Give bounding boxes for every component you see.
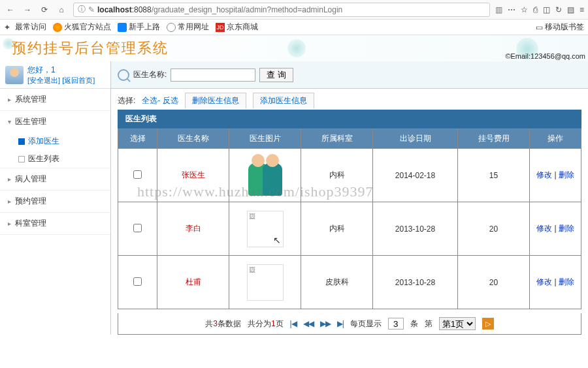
image-placeholder [247,211,284,247]
back-button[interactable]: ← [4,3,17,16]
delete-link[interactable]: 删除 [559,224,574,233]
username: 1 [51,65,56,74]
search-bar: 医生名称: 查 询 [111,61,588,89]
avatar-icon [5,66,24,84]
home-button[interactable]: ⌂ [55,3,68,16]
edit-link[interactable]: 修改 [536,277,552,286]
per-page-label: 每页显示 [350,318,382,330]
info-icon: ⓘ [78,4,86,15]
nav-menu: 系统管理 医生管理 添加医生 医生列表 病人管理 预约管理 科室管理 [0,89,110,235]
security-icon: ✎ [88,5,95,14]
tracking-icon[interactable]: ▥ [495,5,502,14]
search-input[interactable] [171,69,255,82]
url-port: :8088 [132,5,152,14]
table-title: 医生列表 [118,110,581,129]
app-header: 预约挂号后台管理系统 ©Email:123456@qq.com [0,35,588,61]
action-row: 选择: 全选- 反选 删除医生信息 添加医生信息 [111,89,588,108]
submenu-add-doctor[interactable]: 添加医生 [18,132,110,150]
th-dept: 所属科室 [301,129,373,149]
select-label: 选择: [118,95,135,106]
mobile-bookmarks[interactable]: ▭移动版书签 [536,22,584,33]
edit-link[interactable]: 修改 [536,224,552,233]
pager-go-button[interactable]: ▷ [482,318,494,330]
sync-icon[interactable]: ↻ [555,5,562,14]
row-checkbox[interactable] [133,170,142,179]
menu-dots-icon[interactable]: ⋯ [508,5,515,14]
cell-fee: 20 [458,202,530,256]
pager-first[interactable]: |◀ [290,319,297,328]
delete-doctor-tab[interactable]: 删除医生信息 [185,93,246,108]
add-doctor-tab[interactable]: 添加医生信息 [253,93,314,108]
email-label: ©Email:123456@qq.com [505,52,585,60]
reload-button[interactable]: ⟳ [38,3,51,16]
search-button[interactable]: 查 询 [259,68,293,82]
pagination: 共3条数据 共分为1页 |◀ ◀◀ ▶▶ ▶| 每页显示 条 第 第1页 ▷ [118,313,581,335]
search-icon [118,69,129,81]
per-page-input[interactable] [388,318,404,330]
bookmark-jd[interactable]: JD京东商城 [216,22,258,33]
cell-fee: 20 [458,256,530,309]
greeting: 您好， [27,65,51,74]
table-row: 李白内科2013-10-2820修改 | 删除 [118,202,581,256]
th-select: 选择 [118,129,157,149]
th-image: 医生图片 [229,129,301,149]
th-ops: 操作 [530,129,581,149]
menu-icon[interactable]: ≡ [580,5,584,14]
url-bar[interactable]: ⓘ ✎ localhost:8088/graduate_design_hospi… [73,3,490,17]
submenu-doctor-list[interactable]: 医生列表 [18,150,110,168]
cell-name: 张医生 [157,149,229,202]
table-header-row: 选择 医生名称 医生图片 所属科室 出诊日期 挂号费用 操作 [118,129,581,149]
browser-toolbar: ← → ⟳ ⌂ ⓘ ✎ localhost:8088/graduate_desi… [0,0,588,20]
bookmark-getting-started[interactable]: 新手上路 [118,22,160,33]
image-placeholder [247,264,284,301]
home-link[interactable]: [返回首页] [62,76,95,84]
search-label: 医生名称: [133,69,167,80]
sidebar-icon[interactable]: ◫ [543,5,550,14]
bookmarks-bar: ✦最常访问 火狐官方站点 新手上路 常用网址 JD京东商城 ▭移动版书签 [0,20,588,35]
menu-patient[interactable]: 病人管理 [0,168,110,190]
row-checkbox[interactable] [133,277,142,286]
menu-system[interactable]: 系统管理 [0,89,110,110]
sidebar: 您好，1 [安全退出] [返回首页] 系统管理 医生管理 添加医生 医生列表 病… [0,61,111,335]
cell-date: 2013-10-28 [373,256,458,309]
logout-link[interactable]: [安全退出] [27,76,60,84]
page-select[interactable]: 第1页 [439,317,476,330]
bookmark-common[interactable]: 常用网址 [167,22,209,33]
cell-name: 李白 [157,202,229,256]
select-all-link[interactable]: 全选- 反选 [142,95,178,106]
table-row: 张医生内科2014-02-1815修改 | 删除 [118,149,581,202]
user-box: 您好，1 [安全退出] [返回首页] [0,61,110,89]
table-row: 杜甫皮肤科2013-10-2820修改 | 删除 [118,256,581,309]
menu-appointment[interactable]: 预约管理 [0,191,110,212]
pager-prev[interactable]: ◀◀ [303,319,314,328]
cell-dept: 皮肤科 [301,256,373,309]
url-path: /graduate_design_hospital/admin?method=a… [152,5,343,14]
delete-link[interactable]: 删除 [559,277,574,286]
cell-date: 2013-10-28 [373,202,458,256]
star-icon[interactable]: ☆ [521,5,528,14]
menu-department[interactable]: 科室管理 [0,213,110,234]
doctor-image [242,155,288,196]
th-name: 医生名称 [157,129,229,149]
cell-dept: 内科 [301,202,373,256]
cell-name: 杜甫 [157,256,229,309]
pager-next[interactable]: ▶▶ [320,319,331,328]
bookmark-firefox[interactable]: 火狐官方站点 [53,22,111,33]
library-icon[interactable]: ⎙ [533,5,538,14]
cell-dept: 内科 [301,149,373,202]
menu-doctor[interactable]: 医生管理 [0,111,110,132]
windows-icon[interactable]: ▤ [567,5,574,14]
edit-link[interactable]: 修改 [536,170,552,179]
row-checkbox[interactable] [133,224,142,232]
forward-button[interactable]: → [21,3,34,16]
doctor-table: 选择 医生名称 医生图片 所属科室 出诊日期 挂号费用 操作 张医生内科2014… [118,129,581,309]
th-date: 出诊日期 [373,129,458,149]
th-fee: 挂号费用 [458,129,530,149]
cell-date: 2014-02-18 [373,149,458,202]
url-host: localhost [97,5,132,14]
app-title: 预约挂号后台管理系统 [12,38,169,58]
pager-last[interactable]: ▶| [337,319,344,328]
delete-link[interactable]: 删除 [559,170,574,179]
cell-fee: 15 [458,149,530,202]
bookmark-most-visited[interactable]: ✦最常访问 [4,22,46,33]
